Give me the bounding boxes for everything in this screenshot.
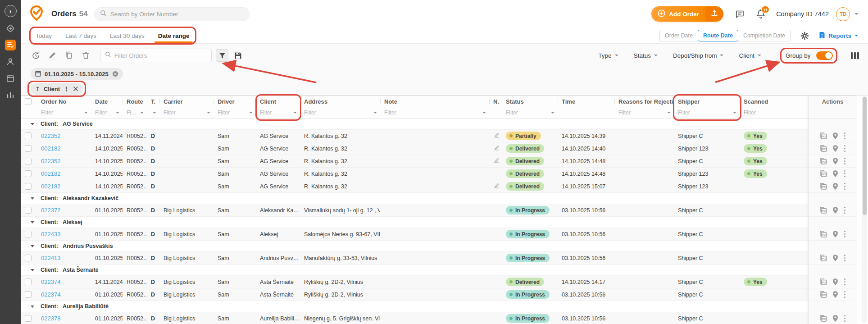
row-checkbox[interactable] [25,158,32,164]
row-menu-button[interactable] [843,169,847,178]
order-number-link[interactable]: 002182 [41,145,60,152]
filter-caret-icon[interactable] [667,112,671,114]
filter-placeholder[interactable]: Filter [678,110,690,116]
order-number-link[interactable]: 022378 [41,315,60,322]
pdf-action-button[interactable]: PDF [819,315,827,322]
order-number-link[interactable]: 022352 [41,132,60,139]
tab-today[interactable]: Today [36,28,52,43]
order-number-link[interactable]: 022374 [41,278,60,285]
route-date-option[interactable]: Route Date [698,30,738,41]
filter-caret-icon[interactable] [116,112,119,114]
delete-button[interactable] [81,50,91,60]
filter-placeholder[interactable]: Filter [304,110,316,116]
row-menu-button[interactable] [843,182,847,191]
group-collapse-icon[interactable] [31,306,34,308]
row-menu-button[interactable] [843,157,847,166]
map-pin-action-button[interactable] [832,145,838,152]
remove-group-chip-icon[interactable] [73,86,78,91]
map-pin-action-button[interactable] [832,170,838,178]
row-checkbox[interactable] [25,278,32,285]
type-dropdown[interactable]: Type [598,52,618,59]
row-menu-button[interactable] [843,290,847,299]
row-menu-button[interactable] [843,254,847,263]
map-pin-action-button[interactable] [832,254,838,262]
filter-caret-icon[interactable] [249,112,253,114]
save-filter-button[interactable] [232,50,244,61]
order-number-link[interactable]: 022352 [41,158,60,164]
import-orders-button[interactable] [705,6,723,22]
sidebar-expand-button[interactable]: › [5,5,17,17]
orders-icon[interactable] [5,40,16,50]
filter-placeholder[interactable]: Filter [41,110,53,116]
sort-ascending-icon[interactable]: ↑ [35,86,40,92]
filter-placeholder[interactable]: Filter [95,110,107,116]
completion-date-option[interactable]: Completion Date [738,30,791,41]
pdf-action-button[interactable]: PDF [819,278,827,286]
columns-button[interactable] [851,52,859,59]
filter-caret-icon[interactable] [293,112,297,114]
pdf-action-button[interactable]: PDF [819,206,827,214]
pdf-action-button[interactable]: PDF [819,170,827,178]
row-menu-button[interactable] [843,314,847,323]
shipments-icon[interactable] [5,73,16,84]
analytics-icon[interactable] [5,90,16,100]
filter-placeholder[interactable]: Filter [260,110,272,116]
chip-menu-icon[interactable]: ⋮ [64,86,69,92]
group-by-toggle[interactable] [816,51,833,60]
filter-placeholder[interactable]: Filter [384,110,396,116]
row-checkbox[interactable] [25,291,32,298]
pdf-action-button[interactable]: PDF [819,132,827,140]
row-checkbox[interactable] [25,170,32,177]
search-input[interactable] [110,11,244,18]
group-collapse-icon[interactable] [31,245,34,247]
map-pin-action-button[interactable] [832,291,838,298]
row-menu-button[interactable] [843,144,847,153]
scrollbar-thumb[interactable] [863,97,867,215]
pdf-action-button[interactable]: PDF [819,230,827,238]
filter-placeholder[interactable]: Filter [218,110,230,116]
notifications-button[interactable]: 11 [756,9,765,19]
account-menu-caret-icon[interactable] [854,13,858,15]
row-checkbox[interactable] [25,132,32,139]
copy-button[interactable] [64,50,74,60]
avatar[interactable]: TD [836,7,850,21]
filter-orders-input[interactable] [114,52,207,59]
filter-caret-icon[interactable] [733,112,736,114]
filter-caret-icon[interactable] [140,112,144,114]
select-all-checkbox[interactable] [25,98,32,105]
row-checkbox[interactable] [25,315,32,322]
filter-placeholder[interactable]: Filter [506,110,518,116]
group-collapse-icon[interactable] [31,197,34,200]
drivers-icon[interactable] [5,56,16,67]
routes-icon[interactable] [5,23,16,34]
status-dropdown[interactable]: Status [634,52,658,59]
order-number-link[interactable]: 022413 [41,255,60,261]
refresh-button[interactable] [31,50,41,60]
map-pin-action-button[interactable] [832,183,838,190]
settings-button[interactable] [800,32,809,40]
row-checkbox[interactable] [25,145,32,152]
tab-last-30-days[interactable]: Last 30 days [110,28,145,43]
client-dropdown[interactable]: Client [739,52,761,59]
filter-placeholder[interactable]: Filter [618,110,631,116]
reports-button[interactable]: Reports [819,32,858,40]
depot-dropdown[interactable]: Depot/Ship from [673,52,724,59]
tab-date-range[interactable]: Date range [158,28,190,43]
row-menu-button[interactable] [843,278,847,287]
map-pin-action-button[interactable] [832,132,838,140]
chat-button[interactable] [735,9,745,19]
map-pin-action-button[interactable] [832,278,838,286]
pdf-action-button[interactable]: PDF [819,254,827,262]
pdf-action-button[interactable]: PDF [819,145,827,152]
map-pin-action-button[interactable] [832,206,838,214]
order-number-link[interactable]: 022374 [41,291,60,298]
group-collapse-icon[interactable] [31,123,34,125]
vertical-scrollbar[interactable] [862,96,867,323]
edit-button[interactable] [47,50,57,60]
row-checkbox[interactable] [25,231,32,237]
order-number-link[interactable]: 022372 [41,207,60,214]
order-number-link[interactable]: 002182 [41,183,60,190]
map-pin-action-button[interactable] [832,315,838,322]
filter-placeholder[interactable]: Filter [164,110,176,116]
row-menu-button[interactable] [843,230,847,239]
